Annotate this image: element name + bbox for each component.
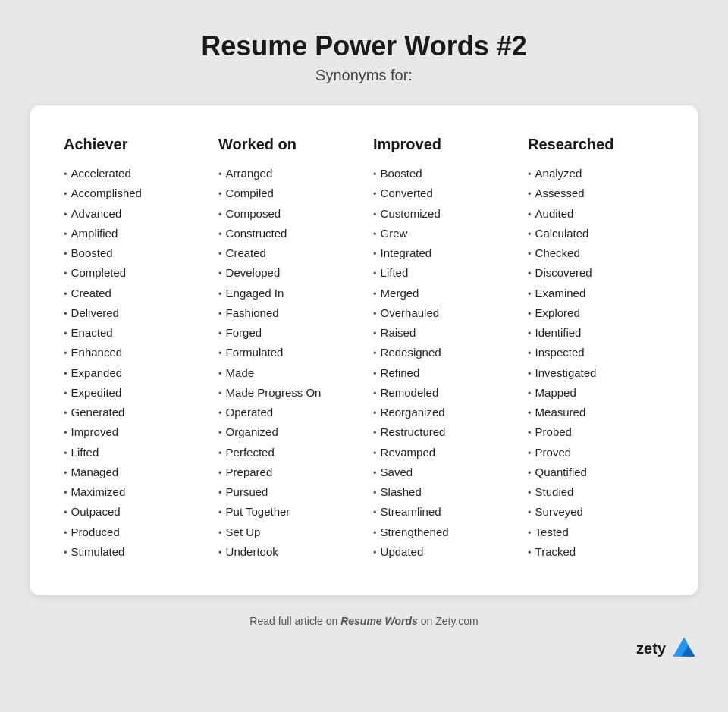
list-item: Stimulated [64, 542, 200, 562]
list-item: Lifted [373, 263, 510, 283]
list-item: Saved [373, 463, 510, 482]
list-item: Strengthened [373, 522, 510, 542]
column-header-2: Improved [373, 136, 510, 153]
list-item: Quantified [528, 463, 664, 482]
list-item: Prepared [218, 463, 355, 482]
list-item: Made [218, 363, 355, 383]
list-item: Discovered [528, 263, 664, 283]
list-item: Perfected [218, 443, 355, 463]
list-item: Forged [218, 323, 355, 343]
list-item: Composed [218, 204, 355, 224]
list-item: Mapped [528, 383, 664, 403]
column-3: ResearchedAnalyzedAssessedAuditedCalcula… [528, 136, 664, 562]
word-list-1: ArrangedCompiledComposedConstructedCreat… [218, 164, 355, 562]
list-item: Completed [64, 263, 200, 283]
footer-link[interactable]: Resume Words [340, 615, 418, 627]
list-item: Probed [528, 422, 664, 442]
page-title: Resume Power Words #2 [201, 30, 527, 62]
list-item: Arranged [218, 164, 355, 183]
list-item: Investigated [528, 363, 664, 383]
list-item: Formulated [218, 343, 355, 362]
list-item: Delivered [64, 303, 200, 323]
list-item: Streamlined [373, 502, 510, 522]
list-item: Merged [373, 284, 510, 303]
list-item: Enacted [64, 323, 200, 343]
list-item: Refined [373, 363, 510, 383]
brand-area: zety [30, 635, 698, 662]
list-item: Measured [528, 403, 664, 422]
list-item: Restructured [373, 422, 510, 442]
column-header-1: Worked on [218, 136, 355, 153]
list-item: Converted [373, 183, 510, 203]
list-item: Customized [373, 204, 510, 224]
column-header-0: Achiever [64, 136, 200, 153]
subtitle: Synonyms for: [315, 67, 413, 84]
list-item: Expanded [64, 363, 200, 383]
list-item: Boosted [373, 164, 510, 183]
list-item: Produced [64, 522, 200, 542]
list-item: Surveyed [528, 502, 664, 522]
list-item: Expedited [64, 383, 200, 403]
list-item: Checked [528, 243, 664, 263]
list-item: Accelerated [64, 164, 200, 183]
list-item: Grew [373, 224, 510, 243]
list-item: Raised [373, 323, 510, 343]
list-item: Organized [218, 422, 355, 442]
column-header-3: Researched [528, 136, 664, 153]
footer-text: Read full article on Resume Words on Zet… [249, 615, 478, 627]
list-item: Put Together [218, 502, 355, 522]
list-item: Slashed [373, 482, 510, 502]
list-item: Studied [528, 482, 664, 502]
list-item: Tracked [528, 542, 664, 562]
list-item: Updated [373, 542, 510, 562]
brand-name: zety [636, 640, 666, 657]
list-item: Engaged In [218, 284, 355, 303]
list-item: Proved [528, 443, 664, 463]
word-columns: AchieverAcceleratedAccomplishedAdvancedA… [64, 136, 664, 562]
list-item: Integrated [373, 243, 510, 263]
list-item: Pursued [218, 482, 355, 502]
word-list-2: BoostedConvertedCustomizedGrewIntegrated… [373, 164, 510, 562]
list-item: Fashioned [218, 303, 355, 323]
list-item: Analyzed [528, 164, 664, 183]
column-1: Worked onArrangedCompiledComposedConstru… [218, 136, 355, 562]
list-item: Identified [528, 323, 664, 343]
list-item: Tested [528, 522, 664, 542]
list-item: Revamped [373, 443, 510, 463]
footer-post: on Zety.com [418, 615, 479, 627]
list-item: Lifted [64, 443, 200, 463]
list-item: Amplified [64, 224, 200, 243]
list-item: Calculated [528, 224, 664, 243]
footer-pre: Read full article on [249, 615, 340, 627]
list-item: Explored [528, 303, 664, 323]
main-card: AchieverAcceleratedAccomplishedAdvancedA… [30, 105, 698, 595]
zety-logo-icon [670, 635, 698, 662]
list-item: Managed [64, 463, 200, 482]
list-item: Made Progress On [218, 383, 355, 403]
list-item: Maximized [64, 482, 200, 502]
list-item: Inspected [528, 343, 664, 362]
list-item: Reorganized [373, 403, 510, 422]
list-item: Compiled [218, 183, 355, 203]
list-item: Constructed [218, 224, 355, 243]
list-item: Redesigned [373, 343, 510, 362]
list-item: Assessed [528, 183, 664, 203]
word-list-3: AnalyzedAssessedAuditedCalculatedChecked… [528, 164, 664, 562]
list-item: Enhanced [64, 343, 200, 362]
list-item: Outpaced [64, 502, 200, 522]
list-item: Advanced [64, 204, 200, 224]
column-2: ImprovedBoostedConvertedCustomizedGrewIn… [373, 136, 510, 562]
list-item: Overhauled [373, 303, 510, 323]
list-item: Accomplished [64, 183, 200, 203]
list-item: Created [218, 243, 355, 263]
list-item: Examined [528, 284, 664, 303]
list-item: Remodeled [373, 383, 510, 403]
column-0: AchieverAcceleratedAccomplishedAdvancedA… [64, 136, 200, 562]
list-item: Boosted [64, 243, 200, 263]
list-item: Set Up [218, 522, 355, 542]
list-item: Audited [528, 204, 664, 224]
list-item: Improved [64, 422, 200, 442]
list-item: Undertook [218, 542, 355, 562]
list-item: Generated [64, 403, 200, 422]
list-item: Created [64, 284, 200, 303]
